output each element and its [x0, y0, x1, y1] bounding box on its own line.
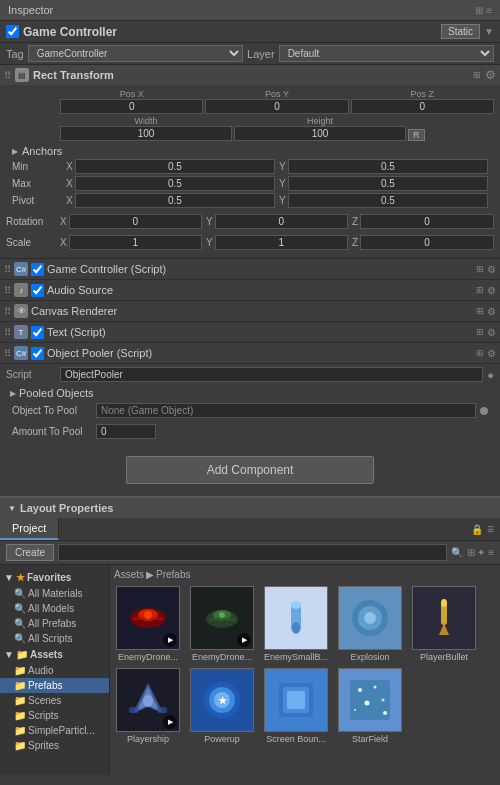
audio-folder-label: Audio — [28, 665, 54, 676]
scale-y-field[interactable] — [215, 235, 348, 250]
pos-x-field[interactable] — [60, 99, 203, 114]
pivot-y-item: Y — [279, 193, 488, 208]
layer-dropdown[interactable]: Default — [279, 45, 494, 62]
asset-enemydrone1[interactable]: ▶ EnemyDrone... — [114, 586, 182, 662]
min-label: Min — [12, 161, 62, 172]
rotation-x-field[interactable] — [69, 214, 202, 229]
asset-screenboun[interactable]: Screen Boun... — [262, 668, 330, 744]
width-label: Width — [134, 116, 157, 126]
asset-playership[interactable]: ▶ Playership — [114, 668, 182, 744]
assets-label: Assets — [30, 649, 63, 660]
asset-thumb-explosion — [338, 586, 402, 650]
asset-powerup[interactable]: ★ Powerup — [188, 668, 256, 744]
scale-x-field[interactable] — [69, 235, 202, 250]
tab-menu-icon[interactable]: ≡ — [487, 522, 494, 536]
gc-active-checkbox[interactable] — [31, 263, 44, 276]
asset-playerbullet[interactable]: PlayerBullet — [410, 586, 478, 662]
pool-icon: C# — [14, 346, 28, 360]
sidebar-folder-prefabs[interactable]: 📁 Prefabs — [0, 678, 109, 693]
asset-explosion[interactable]: Explosion — [336, 586, 404, 662]
search-icon[interactable]: 🔍 — [451, 547, 463, 558]
tag-label: Tag — [6, 48, 24, 60]
max-x-field[interactable] — [75, 176, 275, 191]
scale-row: Scale X Y Z — [6, 233, 494, 252]
sidebar-folder-scenes[interactable]: 📁 Scenes — [0, 693, 109, 708]
pooled-objects-toggle[interactable]: ▶ Pooled Objects — [6, 385, 494, 401]
rotation-row: Rotation X Y Z — [6, 212, 494, 231]
sidebar-folder-simpleparticle[interactable]: 📁 SimpleParticl... — [0, 723, 109, 738]
sidebar-item-all-prefabs[interactable]: 🔍 All Prefabs — [0, 616, 109, 631]
tab-lock-icon[interactable]: 🔒 — [471, 524, 483, 535]
rotation-y-field[interactable] — [215, 214, 348, 229]
pos-z-group: Pos Z — [351, 89, 494, 114]
game-controller-script-row: ⠿ C# Game Controller (Script) ⊞ ⚙ — [0, 259, 500, 280]
add-component-button[interactable]: Add Component — [126, 456, 375, 484]
search-all-models-icon: 🔍 — [14, 603, 26, 614]
min-y-field[interactable] — [288, 159, 488, 174]
scripts-folder-label: Scripts — [28, 710, 59, 721]
pool-active-checkbox[interactable] — [31, 347, 44, 360]
simpleparticle-folder-icon: 📁 — [14, 725, 26, 736]
svg-point-3 — [144, 611, 152, 619]
asset-enemydrone2[interactable]: ▶ EnemyDrone... — [188, 586, 256, 662]
rect-transform-menu-icon[interactable]: ⚙ — [485, 68, 496, 82]
pos-z-field[interactable] — [351, 99, 494, 114]
max-x-item: X — [66, 176, 275, 191]
breadcrumb-prefabs[interactable]: Prefabs — [156, 569, 190, 580]
text-settings-icon[interactable]: ⚙ — [487, 327, 496, 338]
max-x-axis-label: X — [66, 178, 73, 189]
rect-transform-header[interactable]: ⠿ ▤ Rect Transform ⊞ ⚙ — [0, 65, 500, 85]
scenes-folder-icon: 📁 — [14, 695, 26, 706]
audio-settings-icon[interactable]: ⚙ — [487, 285, 496, 296]
pos-row: Pos X Pos Y Pos Z — [6, 89, 494, 114]
rotation-xyz: X Y Z — [60, 214, 494, 229]
favorites-section[interactable]: ▼ ★ Favorites — [0, 569, 109, 586]
svg-point-31 — [374, 686, 377, 689]
r-button[interactable]: R — [408, 129, 425, 141]
sidebar-folder-sprites[interactable]: 📁 Sprites — [0, 738, 109, 753]
pivot-x-field[interactable] — [75, 193, 275, 208]
assets-grid: ▶ EnemyDrone... ▶ Ene — [114, 586, 496, 744]
static-arrow[interactable]: ▼ — [484, 26, 494, 37]
go-active-checkbox[interactable] — [6, 25, 19, 38]
gc-settings-icon[interactable]: ⚙ — [487, 264, 496, 275]
text-active-checkbox[interactable] — [31, 326, 44, 339]
add-component-area: Add Component — [0, 448, 500, 492]
size-row: Width Height R — [6, 116, 494, 141]
tab-project[interactable]: Project — [0, 518, 59, 540]
canvas-settings-icon[interactable]: ⚙ — [487, 306, 496, 317]
anchors-header[interactable]: ▶ Anchors — [12, 145, 488, 157]
static-button[interactable]: Static — [441, 24, 480, 39]
breadcrumb-assets[interactable]: Assets — [114, 569, 144, 580]
pos-y-field[interactable] — [205, 99, 348, 114]
explosion-svg — [345, 593, 395, 643]
layout-properties-title: Layout Properties — [20, 502, 114, 514]
scale-z-field[interactable] — [360, 235, 494, 250]
min-x-field[interactable] — [75, 159, 275, 174]
asset-starfield[interactable]: StarField — [336, 668, 404, 744]
asset-smallbullet[interactable]: EnemySmallB... — [262, 586, 330, 662]
all-prefabs-label: All Prefabs — [28, 618, 76, 629]
audio-active-checkbox[interactable] — [31, 284, 44, 297]
title-icons: ⊞ ≡ — [475, 5, 492, 16]
sidebar-item-all-materials[interactable]: 🔍 All Materials — [0, 586, 109, 601]
amount-to-pool-field[interactable] — [96, 424, 156, 439]
object-to-pool-field[interactable]: None (Game Object) — [96, 403, 476, 418]
script-value[interactable]: ObjectPooler — [60, 367, 483, 382]
pool-settings-icon[interactable]: ⚙ — [487, 348, 496, 359]
assets-section[interactable]: ▼ 📁 Assets — [0, 646, 109, 663]
max-y-field[interactable] — [288, 176, 488, 191]
pos-z-label: Pos Z — [411, 89, 435, 99]
sidebar-folder-scripts[interactable]: 📁 Scripts — [0, 708, 109, 723]
rotation-z-field[interactable] — [360, 214, 494, 229]
width-field[interactable] — [60, 126, 232, 141]
height-field[interactable] — [234, 126, 406, 141]
project-search-input[interactable] — [58, 544, 447, 561]
pivot-y-field[interactable] — [288, 193, 488, 208]
sidebar-item-all-models[interactable]: 🔍 All Models — [0, 601, 109, 616]
tag-dropdown[interactable]: GameController — [28, 45, 243, 62]
create-button[interactable]: Create — [6, 544, 54, 561]
sidebar-folder-audio[interactable]: 📁 Audio — [0, 663, 109, 678]
scale-z-item: Z — [352, 235, 494, 250]
sidebar-item-all-scripts[interactable]: 🔍 All Scripts — [0, 631, 109, 646]
